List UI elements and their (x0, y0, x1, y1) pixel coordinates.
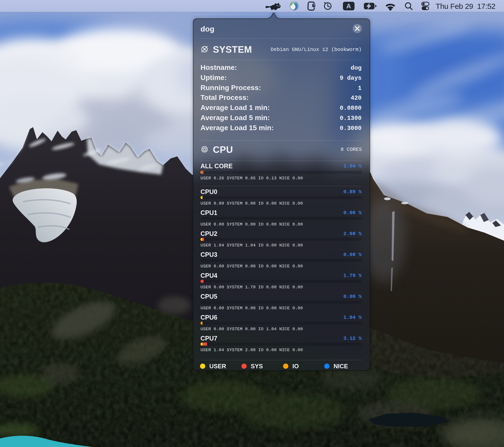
svg-text:A: A (346, 2, 351, 10)
